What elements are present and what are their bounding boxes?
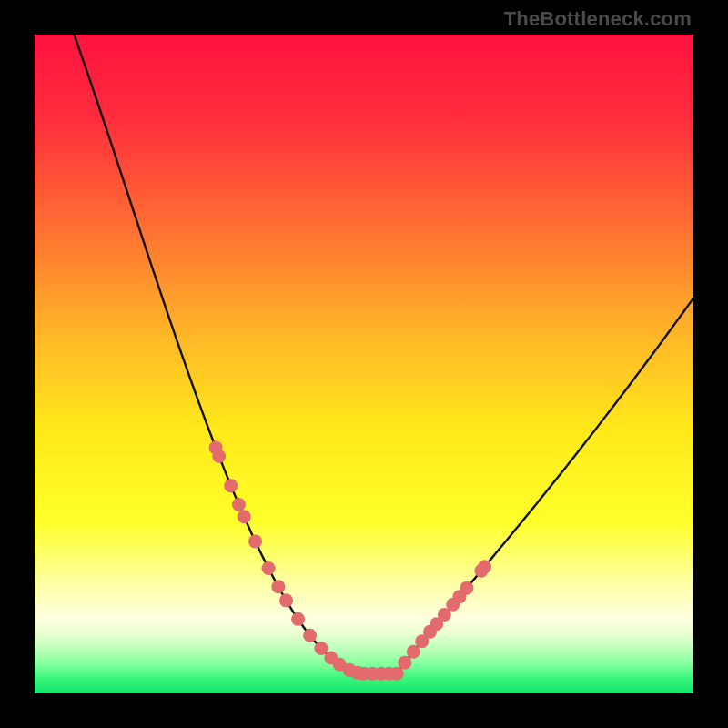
chart-svg bbox=[35, 35, 693, 693]
bottleneck-curve bbox=[74, 35, 693, 674]
data-marker bbox=[224, 479, 238, 492]
data-marker bbox=[271, 580, 285, 593]
data-marker bbox=[398, 656, 411, 670]
data-marker bbox=[303, 629, 317, 642]
data-marker bbox=[238, 510, 251, 523]
chart-frame: TheBottleneck.com bbox=[0, 0, 728, 728]
data-marker bbox=[212, 450, 226, 463]
data-marker bbox=[314, 642, 328, 655]
watermark-text: TheBottleneck.com bbox=[504, 7, 692, 31]
marker-group bbox=[209, 440, 491, 680]
data-marker bbox=[279, 593, 293, 607]
data-marker bbox=[248, 534, 262, 548]
data-marker bbox=[390, 667, 404, 681]
data-marker bbox=[407, 645, 420, 659]
data-marker bbox=[232, 498, 246, 511]
plot-area bbox=[35, 35, 693, 693]
data-marker bbox=[291, 612, 305, 626]
data-marker bbox=[262, 561, 276, 575]
data-marker bbox=[460, 581, 473, 595]
data-marker bbox=[478, 560, 491, 573]
